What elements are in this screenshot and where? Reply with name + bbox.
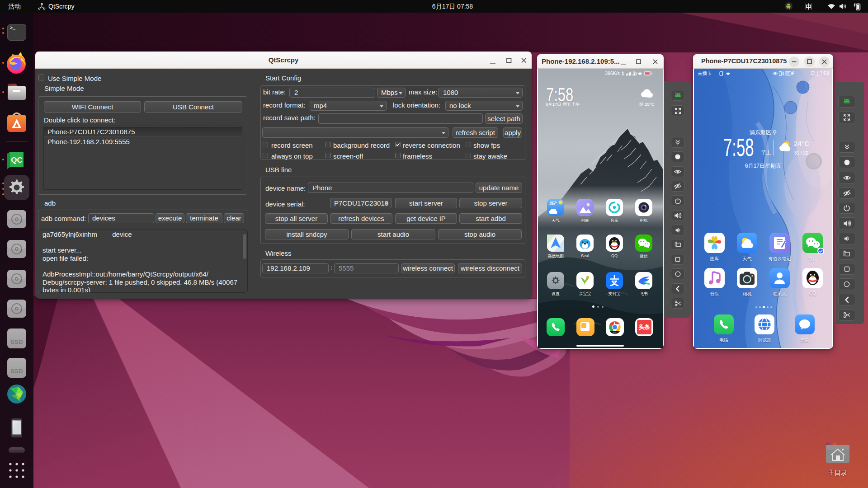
svg-text:QC: QC [11, 156, 23, 164]
svg-text:Beta: Beta [613, 332, 617, 334]
svg-text:4G: 4G [633, 71, 636, 73]
svg-text:90: 90 [786, 72, 790, 75]
